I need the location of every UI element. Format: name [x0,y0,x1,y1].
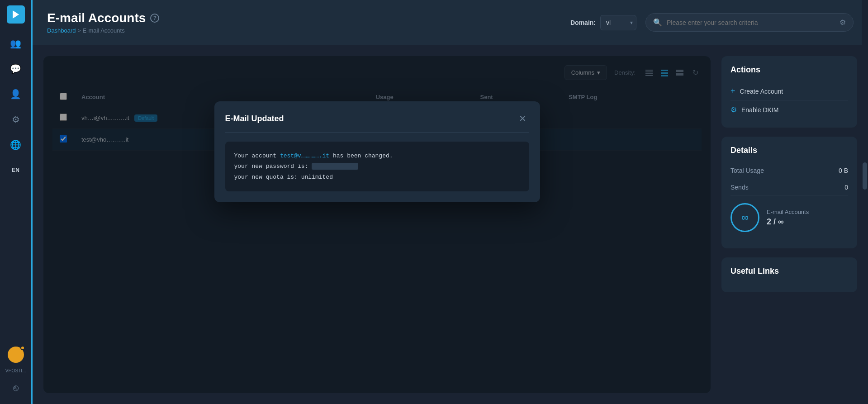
modal-overlay: E-Mail Updated ✕ Your account test@v…………… [43,56,711,393]
globe-icon: 🌐 [10,139,21,150]
users-icon: 👥 [10,38,21,49]
sidebar-item-messages[interactable]: 💬 [5,58,27,80]
username-label: VHOSTI... [5,368,26,373]
gear-icon: ⚙ [730,105,737,114]
messages-icon: 💬 [10,63,21,74]
widget-count: 2 / ∞ [767,217,809,227]
sidebar-item-globe[interactable]: 🌐 [5,134,27,156]
main-content: E-mail Accounts ? Dashboard > E-mail Acc… [33,0,868,404]
breadcrumb-home[interactable]: Dashboard [47,27,76,34]
enable-dkim-label: Enable DKIM [741,106,778,114]
create-account-label: Create Account [740,88,783,95]
sidebar: 👥 💬 👤 ⚙ 🌐 EN VHOSTI... ⎋ [0,0,33,404]
sidebar-nav: 👥 💬 👤 ⚙ 🌐 EN [5,33,27,347]
sends-value: 0 [844,184,848,191]
modal-close-button[interactable]: ✕ [517,112,529,125]
search-input[interactable] [667,19,835,26]
sidebar-item-users[interactable]: 👥 [5,33,27,54]
domain-selector: Domain: vl ▾ [570,15,636,30]
right-panel: Actions + Create Account ⚙ Enable DKIM D… [721,56,857,393]
redacted-password [312,163,358,170]
infinity-icon: ∞ [730,203,759,232]
modal-line3: your new quota is: unlimited [234,172,520,182]
svg-marker-0 [13,10,19,19]
filter-icon[interactable]: ⚙ [840,18,846,27]
create-account-action[interactable]: + Create Account [730,82,848,101]
domain-label: Domain: [570,19,596,26]
total-usage-row: Total Usage 0 B [730,162,848,179]
total-usage-value: 0 B [839,167,848,174]
domain-dropdown[interactable]: vl [600,15,636,30]
logout-button[interactable]: ⎋ [5,377,27,399]
header: E-mail Accounts ? Dashboard > E-mail Acc… [33,0,868,45]
logout-icon: ⎋ [13,383,19,393]
useful-links-card: Useful Links [721,257,857,292]
actions-title: Actions [730,65,848,75]
sends-row: Sends 0 [730,179,848,196]
user-avatar-wrapper [8,347,24,363]
sidebar-bottom: VHOSTI... ⎋ [5,347,27,399]
scrollbar-track[interactable] [862,0,868,404]
domain-wrapper: vl ▾ [600,15,636,30]
sidebar-logo[interactable] [7,5,25,24]
content-area: Columns ▾ Density: [33,45,868,404]
avatar-badge [20,346,25,350]
sidebar-item-account[interactable]: 👤 [5,83,27,105]
search-bar: 🔍 ⚙ [645,13,854,32]
useful-links-title: Useful Links [730,266,848,276]
modal-body: Your account test@v…………….it has been cha… [225,142,529,191]
account-icon: 👤 [10,89,21,100]
page-title: E-mail Accounts ? [47,11,561,25]
header-title-section: E-mail Accounts ? Dashboard > E-mail Acc… [47,11,561,34]
sends-label: Sends [730,184,749,191]
modal-line2: your new password is: [234,161,520,171]
email-accounts-widget: ∞ E-mail Accounts 2 / ∞ [730,196,848,239]
breadcrumb: Dashboard > E-mail Accounts [47,27,561,34]
widget-label: E-mail Accounts [767,209,809,215]
sidebar-item-settings[interactable]: ⚙ [5,109,27,130]
modal-dialog: E-Mail Updated ✕ Your account test@v…………… [214,101,540,202]
modal-line1: Your account test@v…………….it has been cha… [234,151,520,161]
widget-info: E-mail Accounts 2 / ∞ [767,209,809,227]
sidebar-item-lang[interactable]: EN [5,159,27,181]
modal-title: E-Mail Updated [225,114,284,124]
actions-card: Actions + Create Account ⚙ Enable DKIM [721,56,857,128]
enable-dkim-action[interactable]: ⚙ Enable DKIM [730,101,848,119]
scrollbar-thumb[interactable] [863,162,867,190]
search-icon: 🔍 [653,18,662,27]
lang-label: EN [12,167,19,173]
avatar[interactable] [8,347,24,363]
details-title: Details [730,146,848,155]
modal-header: E-Mail Updated ✕ [225,112,529,133]
settings-icon: ⚙ [12,114,20,125]
total-usage-label: Total Usage [730,167,764,174]
logo-icon [10,9,21,20]
details-card: Details Total Usage 0 B Sends 0 ∞ E-mail… [721,137,857,248]
table-panel: Columns ▾ Density: [43,56,711,393]
plus-icon: + [730,86,735,96]
help-icon[interactable]: ? [150,14,159,23]
